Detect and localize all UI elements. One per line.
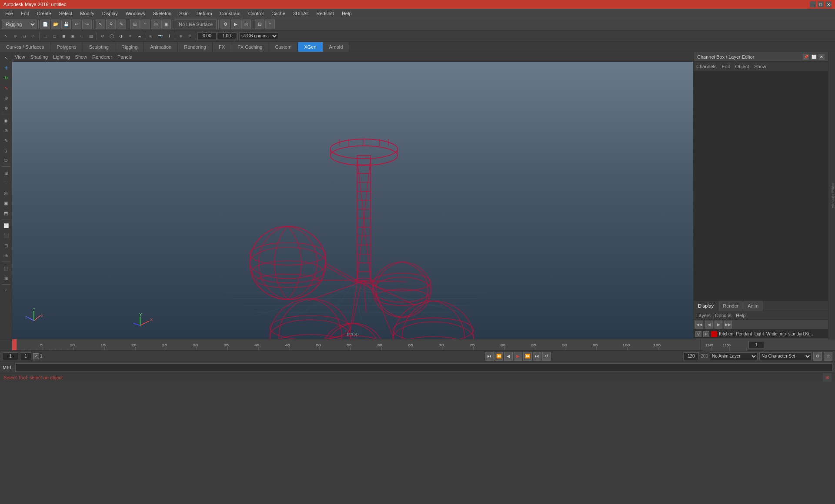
hierarchy-button[interactable]: ⊕ [11,32,20,40]
wire-shade-button[interactable]: ▣ [68,32,77,40]
gimbal-btn[interactable]: ⊕ [1,251,11,260]
create-anim-btn[interactable]: ⬭ [1,156,11,165]
output-conn-btn[interactable]: ⬛ [1,231,11,240]
new-file-button[interactable]: 📄 [40,20,50,29]
tab-rigging[interactable]: Rigging [115,42,144,52]
object-button[interactable]: ○ [29,32,38,40]
attr-editor-btn[interactable]: ⬚ [1,263,11,273]
isolate-select-button[interactable]: ⊘ [98,32,107,40]
grid-toggle-button[interactable]: ⊞ [147,32,155,40]
snap-to-grid-btn[interactable]: ⊞ [1,168,11,178]
menu-select[interactable]: Select [56,10,76,17]
channel-box-pin[interactable]: 📌 [803,54,809,60]
menu-file[interactable]: File [2,10,17,17]
tab-sculpting[interactable]: Sculpting [83,42,115,52]
snap-to-point-btn[interactable]: ◎ [1,188,11,198]
shadow-button[interactable]: ☁ [135,32,144,40]
playback-start-input[interactable] [20,352,31,360]
channel-box-close[interactable]: ✕ [818,54,825,60]
component-button[interactable]: ⊡ [20,32,29,40]
status-btn[interactable]: ⊞ [823,373,832,382]
char-settings-btn[interactable]: ⚙ [813,352,822,361]
go-to-start-btn[interactable]: ⏮ [485,352,494,361]
paint-tool-button[interactable]: ✎ [117,20,126,29]
paint-effects-btn[interactable]: ✎ [1,136,11,145]
menu-create[interactable]: Create [33,10,55,17]
cb-anim-tab[interactable]: Anim [743,301,763,311]
menu-cache[interactable]: Cache [268,10,289,17]
tab-fx[interactable]: FX [213,42,231,52]
go-to-end-btn[interactable]: ⏭ [533,352,541,361]
anim-preferences-btn[interactable]: ☆ [824,352,832,361]
aim-btn[interactable]: ⊛ [1,126,11,135]
move-btn[interactable]: ✛ [1,63,11,73]
tab-curves-surfaces[interactable]: Curves / Surfaces [0,42,50,52]
cb-tab-edit[interactable]: Edit [721,64,730,69]
universal-manip-btn[interactable]: ⊕ [1,93,11,103]
play-forward-btn[interactable]: ▶ [514,352,522,361]
tab-arnold[interactable]: Arnold [323,42,350,52]
live-surface-button[interactable]: No Live Surface [175,20,217,29]
step-back-btn[interactable]: ⏪ [494,352,503,361]
cb-tab-channels[interactable]: Channels [696,64,716,69]
snap-to-curve-btn[interactable]: ⌒ [1,178,11,188]
backface-culling-button[interactable]: ◑ [117,32,125,40]
end-frame-input[interactable] [683,352,699,360]
viewport-lighting-menu[interactable]: Lighting [53,54,70,60]
wireframe-button[interactable]: ⬚ [41,32,50,40]
hud-button[interactable]: ℹ [165,32,174,40]
transform-limit-btn[interactable]: ⊡ [1,241,11,250]
layer-next-btn[interactable]: ▶ [715,321,722,328]
maximize-button[interactable]: □ [818,1,824,7]
viewport-show-menu[interactable]: Show [75,54,87,60]
cb-tab-object[interactable]: Object [735,64,749,69]
undo-button[interactable]: ↩ [72,20,81,29]
workspace-dropdown[interactable]: Rigging [2,20,37,29]
timeline-ruler[interactable]: 5 10 15 20 25 30 35 40 45 50 55 60 65 70… [12,339,700,350]
menu-edit[interactable]: Edit [17,10,33,17]
snap-curve-button[interactable]: ~ [140,20,150,29]
minimize-button[interactable]: — [810,1,816,7]
frame-checkbox[interactable]: ✓ [33,353,39,359]
select-tool-button[interactable]: ↖ [96,20,105,29]
camera-button[interactable]: 📷 [156,32,164,40]
cb-help-tab[interactable]: Help [736,313,746,318]
move-tool-vp-button[interactable]: ✛ [186,32,194,40]
render-button[interactable]: ▶ [231,20,240,29]
close-button[interactable]: ✕ [825,1,832,7]
menu-deform[interactable]: Deform [193,10,216,17]
cb-display-tab[interactable]: Display [694,301,718,311]
select-btn[interactable]: ↖ [1,53,11,63]
viewport-shading-menu[interactable]: Shading [30,54,48,60]
layer-back-btn[interactable]: ◀◀ [695,321,703,328]
redo-button[interactable]: ↪ [82,20,92,29]
tab-custom[interactable]: Custom [269,42,298,52]
texture-button[interactable]: ▧ [87,32,95,40]
current-frame-input[interactable] [748,341,764,349]
input-conn-btn[interactable]: ⬜ [1,221,11,230]
tab-polygons[interactable]: Polygons [50,42,83,52]
menu-control[interactable]: Control [245,10,267,17]
layer-prev-btn[interactable]: ◀ [705,321,713,328]
snap-to-surface-btn[interactable]: ⬒ [1,208,11,218]
menu-display[interactable]: Display [99,10,121,17]
step-forward-btn[interactable]: ⏩ [523,352,532,361]
anim-layer-select[interactable]: No Anim Layer [710,352,758,360]
layer-visibility-toggle[interactable]: V [695,331,701,337]
snap-point-button[interactable]: ◎ [151,20,160,29]
camera-mode-btn[interactable]: ◉ [1,116,11,125]
mel-input[interactable] [15,363,832,372]
cb-render-tab[interactable]: Render [718,301,743,311]
menu-modify[interactable]: Modify [77,10,97,17]
menu-3dtaall[interactable]: 3DtoAll [290,10,312,17]
loop-btn[interactable]: ↺ [542,352,551,361]
frame-value2-input[interactable] [217,32,236,40]
save-file-button[interactable]: 💾 [61,20,71,29]
view-transform-button[interactable]: ⊡ [255,20,264,29]
sculpt-btn[interactable]: ⟆ [1,146,11,155]
channel-box-float[interactable]: ⬜ [811,54,817,60]
bounding-box-button[interactable]: □ [77,32,86,40]
expand-btn[interactable]: + [1,286,11,295]
snap-surface-button[interactable]: ▣ [161,20,171,29]
select-mode-button[interactable]: ↖ [2,32,10,40]
